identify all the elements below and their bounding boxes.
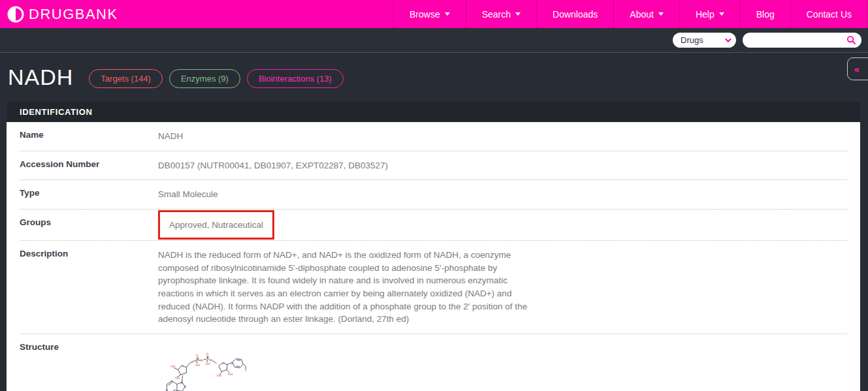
nav-item-label: Search bbox=[482, 9, 511, 20]
biointeractions-pill[interactable]: Biointeractions (13) bbox=[247, 69, 344, 88]
svg-text:OH: OH bbox=[195, 363, 201, 366]
caret-down-icon bbox=[658, 12, 664, 16]
identification-table: Name NADH Accession Number DB00157 (NUTR… bbox=[7, 122, 860, 391]
drugbank-logo-icon bbox=[7, 5, 25, 23]
nav-item-browse[interactable]: Browse bbox=[393, 0, 466, 28]
field-label: Type bbox=[20, 188, 158, 198]
field-label: Groups bbox=[20, 217, 158, 227]
nav-item-label: Blog bbox=[756, 9, 775, 20]
field-label: Structure bbox=[20, 342, 158, 352]
caret-down-icon bbox=[515, 12, 521, 16]
search-icon[interactable] bbox=[846, 35, 856, 45]
svg-text:O: O bbox=[245, 369, 246, 372]
nav-item-search[interactable]: Search bbox=[466, 0, 536, 28]
main-content: IDENTIFICATION Name NADH Accession Numbe… bbox=[7, 102, 860, 391]
svg-text:OH: OH bbox=[205, 362, 210, 365]
svg-text:O: O bbox=[182, 364, 184, 367]
field-value-wrap: Approved, Nutraceutical bbox=[158, 217, 274, 233]
svg-text:O: O bbox=[222, 361, 225, 364]
field-value: NADH is the reduced form of NAD+, and NA… bbox=[158, 249, 536, 325]
red-highlight-annotation: Approved, Nutraceutical bbox=[158, 210, 274, 240]
chevron-down-icon bbox=[725, 36, 731, 42]
nav-item-label: Contact Us bbox=[807, 9, 852, 20]
drugbank-logo-text: DRUGBANK bbox=[29, 6, 118, 23]
top-nav-items: Browse Search Downloads About Help Blog … bbox=[393, 0, 868, 28]
summary-pills: Targets (144) Enzymes (9) Biointeraction… bbox=[89, 69, 344, 88]
targets-pill[interactable]: Targets (144) bbox=[89, 69, 163, 88]
page-header: NADH Targets (144) Enzymes (9) Biointera… bbox=[0, 53, 868, 102]
svg-text:N: N bbox=[170, 379, 173, 383]
svg-text:N: N bbox=[181, 381, 184, 384]
field-value: Small Molecule bbox=[158, 188, 218, 201]
table-row-name: Name NADH bbox=[20, 122, 847, 151]
top-navbar: DRUGBANK Browse Search Downloads About H… bbox=[0, 0, 868, 28]
table-row-groups: Groups Approved, Nutraceutical bbox=[20, 210, 847, 242]
svg-text:OH: OH bbox=[217, 374, 222, 377]
field-value: DB00157 (NUTR00041, DB01907, EXPT02287, … bbox=[158, 159, 388, 172]
svg-text:HO: HO bbox=[170, 365, 176, 368]
table-row-type: Type Small Molecule bbox=[20, 180, 847, 210]
svg-text:N: N bbox=[184, 385, 187, 388]
svg-text:O: O bbox=[196, 354, 199, 357]
field-label: Accession Number bbox=[20, 159, 158, 169]
caret-down-icon bbox=[719, 12, 724, 16]
field-value: NADH bbox=[158, 130, 183, 143]
field-value: Approved, Nutraceutical bbox=[169, 220, 263, 230]
svg-text:O: O bbox=[201, 358, 204, 362]
svg-text:P: P bbox=[196, 358, 198, 362]
nav-item-blog[interactable]: Blog bbox=[740, 0, 790, 28]
drugbank-logo[interactable]: DRUGBANK bbox=[7, 5, 118, 23]
search-bar: Drugs bbox=[0, 28, 868, 53]
table-row-description: Description NADH is the reduced form of … bbox=[20, 241, 847, 334]
enzymes-pill[interactable]: Enzymes (9) bbox=[169, 69, 240, 88]
field-label: Name bbox=[20, 130, 158, 140]
caret-down-icon bbox=[445, 12, 450, 16]
collapse-icon: « bbox=[854, 63, 860, 74]
nav-item-label: Downloads bbox=[553, 9, 598, 20]
nav-item-label: About bbox=[630, 9, 654, 20]
svg-text:OH: OH bbox=[175, 376, 180, 379]
nav-item-downloads[interactable]: Downloads bbox=[536, 0, 613, 28]
table-row-accession-number: Accession Number DB00157 (NUTR00041, DB0… bbox=[20, 151, 847, 181]
nav-item-help[interactable]: Help bbox=[679, 0, 740, 28]
svg-text:O: O bbox=[206, 352, 208, 356]
nav-item-label: Help bbox=[696, 9, 715, 20]
collapse-sidebar-button[interactable]: « bbox=[847, 57, 868, 80]
nav-item-label: Browse bbox=[410, 9, 440, 20]
search-field-wrap bbox=[743, 33, 861, 48]
svg-text:P: P bbox=[206, 358, 208, 361]
table-row-structure: Structure bbox=[20, 334, 847, 391]
nav-item-about[interactable]: About bbox=[613, 0, 679, 28]
molecule-structure-image[interactable]: N N N N N O HO OH O O OH P O O O bbox=[158, 351, 246, 391]
field-label: Description bbox=[20, 249, 158, 258]
field-value-structure: N N N N N O HO OH O O OH P O O O bbox=[158, 342, 246, 391]
svg-text:OH: OH bbox=[228, 373, 233, 376]
search-category-value: Drugs bbox=[681, 35, 703, 45]
svg-text:N: N bbox=[231, 361, 233, 364]
search-category-select[interactable]: Drugs bbox=[673, 33, 736, 48]
nav-item-contact-us[interactable]: Contact Us bbox=[790, 0, 868, 28]
svg-text:O: O bbox=[193, 359, 195, 362]
search-input[interactable] bbox=[750, 35, 846, 45]
svg-text:O: O bbox=[211, 358, 214, 362]
section-header-identification: IDENTIFICATION bbox=[7, 102, 860, 122]
page-title: NADH bbox=[8, 65, 73, 90]
